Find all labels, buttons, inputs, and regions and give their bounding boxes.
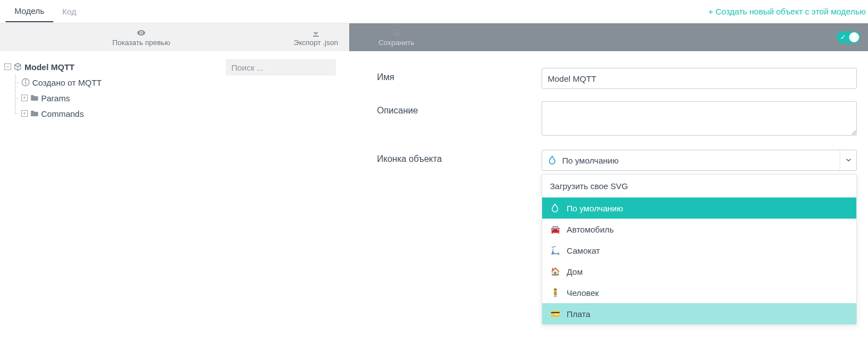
name-field[interactable] <box>542 68 857 89</box>
drop-icon <box>550 203 560 213</box>
tab-model[interactable]: Модель <box>6 1 53 22</box>
export-json-button[interactable]: Экспорт .json <box>282 23 349 51</box>
upload-svg-option[interactable]: Загрузить свое SVG <box>542 175 856 197</box>
collapse-icon[interactable]: − <box>4 63 11 70</box>
chevron-down-icon <box>840 150 856 170</box>
model-tree: − Model MQTT Создано от MQTT + Params + … <box>0 51 349 351</box>
show-preview-button[interactable]: Показать превью <box>0 23 282 51</box>
cube-icon <box>13 62 22 71</box>
toggle-knob <box>849 32 859 42</box>
dropdown-item-label: Дом <box>567 267 583 276</box>
dropdown-item-label: По умолчанию <box>567 204 623 213</box>
tree-item-label: Params <box>41 93 70 103</box>
description-label: Описание <box>377 101 542 137</box>
icon-select[interactable]: По умолчанию <box>542 150 857 171</box>
dropdown-item-default[interactable]: По умолчанию <box>542 197 856 219</box>
search-input[interactable] <box>226 59 336 76</box>
download-icon <box>311 28 320 37</box>
icon-select-value: По умолчанию <box>562 156 618 165</box>
tree-branch-icon <box>12 90 19 106</box>
top-tab-bar: Модель Код + Создать новый объект с этой… <box>0 0 868 23</box>
dropdown-item-scooter[interactable]: 🛴 Самокат <box>542 240 856 261</box>
tree-branch-icon <box>12 75 19 90</box>
eye-icon <box>137 28 146 37</box>
active-toggle[interactable]: ✓ <box>837 31 860 43</box>
car-icon: 🚘 <box>550 224 560 234</box>
person-icon: 🧍 <box>550 288 560 298</box>
icon-label: Иконка объекта <box>377 150 542 171</box>
dropdown-item-label: Плата <box>567 309 591 319</box>
tree-branch-icon <box>12 106 19 121</box>
expand-icon[interactable]: + <box>21 110 28 117</box>
board-icon: 💳 <box>550 309 560 319</box>
save-icon <box>392 28 401 37</box>
house-icon: 🏠 <box>550 266 560 276</box>
dropdown-item-label: Человек <box>567 288 599 298</box>
dropdown-item-car[interactable]: 🚘 Автомобиль <box>542 219 856 240</box>
tab-code[interactable]: Код <box>53 1 86 22</box>
export-json-label: Экспорт .json <box>294 38 338 47</box>
info-icon <box>21 78 30 87</box>
name-label: Имя <box>377 68 542 89</box>
scooter-icon: 🛴 <box>550 245 560 255</box>
show-preview-label: Показать превью <box>112 38 170 47</box>
dropdown-item-house[interactable]: 🏠 Дом <box>542 261 856 282</box>
dropdown-item-person[interactable]: 🧍 Человек <box>542 282 856 303</box>
tree-item-label: Создано от MQTT <box>32 78 102 87</box>
save-button[interactable]: Сохранить <box>349 23 444 51</box>
tree-item-params[interactable]: + Params <box>4 90 344 106</box>
save-label: Сохранить <box>379 38 415 47</box>
check-icon: ✓ <box>840 33 846 41</box>
folder-icon <box>30 93 39 102</box>
tree-search <box>226 59 336 76</box>
tree-item-created-from[interactable]: Создано от MQTT <box>4 75 344 90</box>
drop-icon <box>548 156 557 165</box>
icon-dropdown: Загрузить свое SVG По умолчанию 🚘 Автомо… <box>542 174 857 325</box>
folder-icon <box>30 109 39 118</box>
create-object-link[interactable]: + Создать новый объект с этой моделью <box>708 7 868 16</box>
tree-item-commands[interactable]: + Commands <box>4 106 344 121</box>
dropdown-item-board[interactable]: 💳 Плата <box>542 303 856 324</box>
dropdown-item-label: Автомобиль <box>567 225 614 234</box>
expand-icon[interactable]: + <box>21 95 28 101</box>
tree-item-label: Commands <box>41 109 84 118</box>
dropdown-item-label: Самокат <box>567 246 600 255</box>
tree-root-label: Model MQTT <box>24 62 75 72</box>
description-field[interactable] <box>542 101 857 136</box>
